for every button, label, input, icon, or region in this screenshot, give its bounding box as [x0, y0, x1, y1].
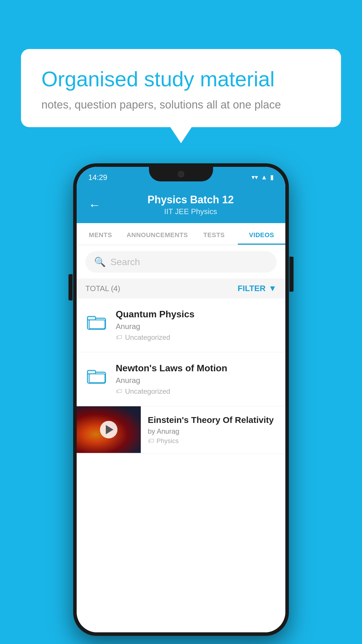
filter-row: TOTAL (4) FILTER ▼	[77, 279, 285, 298]
search-container: 🔍 Search	[77, 245, 285, 279]
play-triangle-icon	[106, 425, 113, 434]
item-tag-2: 🏷 Uncategorized	[116, 387, 277, 396]
tabs-bar: MENTS ANNOUNCEMENTS TESTS VIDEOS	[77, 223, 285, 245]
svg-rect-4	[87, 370, 96, 374]
item-tag-3: 🏷 Physics	[148, 437, 278, 445]
bubble-subtitle: notes, question papers, solutions all at…	[41, 99, 321, 111]
header-title-group: Physics Batch 12 IIT JEE Physics	[108, 194, 274, 216]
folder-icon-1	[85, 310, 109, 333]
list-item[interactable]: Newton's Laws of Motion Anurag 🏷 Uncateg…	[77, 352, 285, 406]
list-item[interactable]: Quantum Physics Anurag 🏷 Uncategorized	[77, 298, 285, 352]
bubble-title: Organised study material	[41, 66, 321, 92]
search-input-wrapper[interactable]: 🔍 Search	[85, 251, 277, 273]
filter-funnel-icon: ▼	[268, 284, 277, 293]
item-author-2: Anurag	[116, 376, 277, 385]
notch	[149, 167, 213, 181]
search-icon: 🔍	[94, 256, 106, 267]
item-title-1: Quantum Physics	[116, 309, 277, 320]
tag-icon-3: 🏷	[148, 437, 154, 445]
play-button[interactable]	[100, 421, 117, 438]
list-item-video[interactable]: Einstein's Theory Of Relativity by Anura…	[77, 406, 285, 454]
battery-icon: ▮	[270, 174, 274, 181]
tab-videos[interactable]: VIDEOS	[238, 223, 285, 245]
svg-rect-2	[89, 320, 105, 329]
item-title-3: Einstein's Theory Of Relativity	[148, 415, 278, 425]
tag-icon-2: 🏷	[116, 388, 122, 395]
tab-ments[interactable]: MENTS	[77, 223, 124, 245]
item-author-1: Anurag	[116, 322, 277, 331]
camera-dot	[178, 171, 184, 177]
tab-announcements[interactable]: ANNOUNCEMENTS	[124, 223, 190, 245]
total-count: TOTAL (4)	[85, 284, 120, 293]
filter-button[interactable]: FILTER ▼	[238, 284, 277, 293]
tab-tests[interactable]: TESTS	[190, 223, 238, 245]
status-bar: 14:29 ▾▾ ▲ ▮	[77, 167, 285, 188]
phone-wrapper: 14:29 ▾▾ ▲ ▮ ← Physics Batch 12 IIT JEE …	[73, 163, 289, 636]
status-time: 14:29	[88, 173, 107, 182]
phone-screen: 14:29 ▾▾ ▲ ▮ ← Physics Batch 12 IIT JEE …	[77, 167, 285, 632]
app-header: ← Physics Batch 12 IIT JEE Physics	[77, 188, 285, 223]
search-placeholder-text: Search	[110, 257, 140, 267]
tag-icon-1: 🏷	[116, 334, 122, 341]
item-content-1: Quantum Physics Anurag 🏷 Uncategorized	[116, 309, 277, 342]
item-author-3: by Anurag	[148, 427, 278, 435]
phone-outer: 14:29 ▾▾ ▲ ▮ ← Physics Batch 12 IIT JEE …	[73, 163, 289, 636]
screen-content: ← Physics Batch 12 IIT JEE Physics MENTS…	[77, 188, 285, 632]
item-content-3: Einstein's Theory Of Relativity by Anura…	[141, 406, 285, 454]
back-button[interactable]: ←	[88, 198, 101, 212]
item-tag-1: 🏷 Uncategorized	[116, 333, 277, 342]
speech-bubble: Organised study material notes, question…	[21, 49, 341, 127]
content-list: Quantum Physics Anurag 🏷 Uncategorized	[77, 298, 285, 632]
screen-title: Physics Batch 12	[108, 194, 274, 206]
screen-subtitle: IIT JEE Physics	[108, 207, 274, 216]
svg-rect-5	[89, 374, 105, 383]
item-title-2: Newton's Laws of Motion	[116, 363, 277, 374]
status-icons: ▾▾ ▲ ▮	[252, 174, 274, 181]
svg-rect-1	[87, 316, 96, 320]
signal-icon: ▲	[261, 174, 267, 181]
item-content-2: Newton's Laws of Motion Anurag 🏷 Uncateg…	[116, 363, 277, 396]
video-thumbnail	[77, 406, 141, 453]
wifi-icon: ▾▾	[252, 174, 258, 181]
folder-icon-2	[85, 364, 109, 387]
filter-label: FILTER	[238, 284, 266, 293]
